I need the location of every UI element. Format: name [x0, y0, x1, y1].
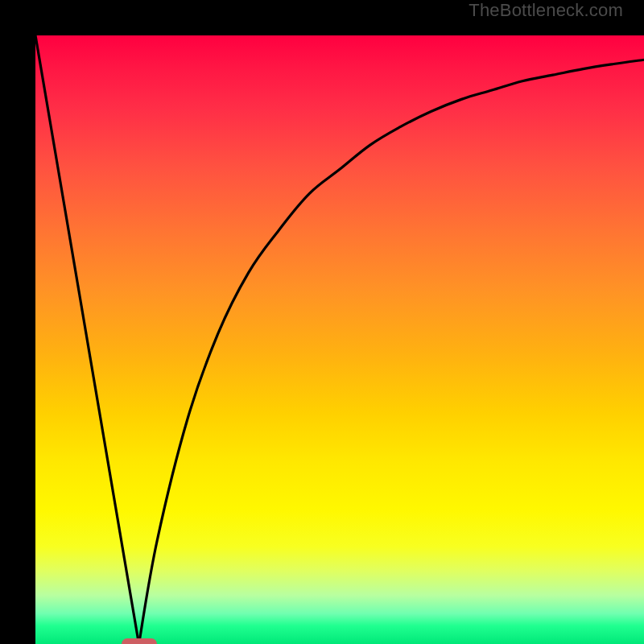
chart-series-descending — [35, 35, 139, 644]
watermark-text: TheBottleneck.com — [469, 0, 623, 21]
chart-curves-svg — [35, 35, 644, 644]
chart-frame — [0, 0, 644, 644]
chart-series-ascending — [139, 60, 644, 644]
chart-marker — [122, 638, 157, 644]
chart-plot-area — [35, 35, 644, 644]
